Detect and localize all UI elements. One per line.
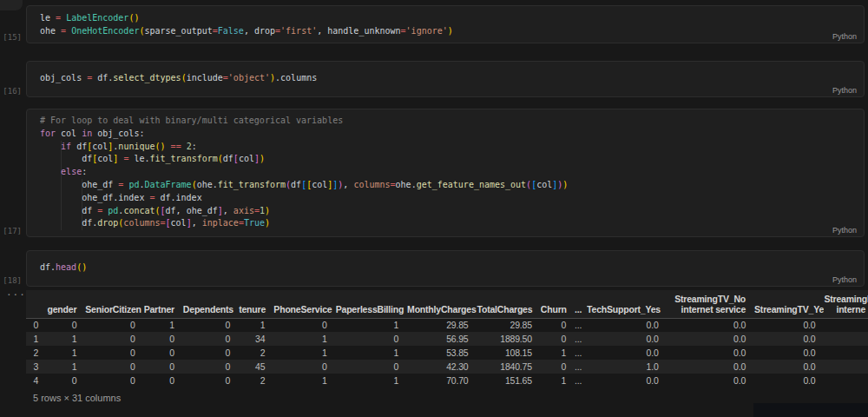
table-cell: 0 <box>183 374 239 387</box>
code-editor[interactable]: # For loop to deal with binary/multi cat… <box>40 115 812 230</box>
table-cell: 0.0 <box>667 332 754 346</box>
code-editor[interactable]: df.head() <box>40 261 812 275</box>
execution-count: [17] <box>3 227 22 235</box>
table-cell: 4 <box>26 374 47 387</box>
table-cell: 0 <box>85 360 143 374</box>
code-line: le = LabelEncoder() <box>40 12 812 25</box>
table-cell: 2 <box>239 374 273 387</box>
table-cell: ... <box>575 332 587 346</box>
table-cell: 34 <box>239 332 273 346</box>
code-line: ohe = OneHotEncoder(sparse_output=False,… <box>40 25 812 38</box>
language-label[interactable]: Python <box>832 275 857 284</box>
dataframe-output[interactable]: genderSeniorCitizenPartnerDependentstenu… <box>26 290 868 393</box>
table-cell: 56.95 <box>407 332 477 346</box>
column-header: PhoneService <box>273 290 335 318</box>
code-line: else: <box>40 166 812 179</box>
column-header: tenure <box>239 290 273 318</box>
table-cell: 0 <box>183 332 239 346</box>
code-line: df[col] = le.fit_transform(df[col]) <box>40 153 812 166</box>
table-cell: 45 <box>239 360 273 374</box>
table-cell: 29.85 <box>477 318 540 332</box>
table-cell: 29.85 <box>407 318 477 332</box>
code-line: if df[col].nunique() == 2: <box>40 141 812 154</box>
table-cell: 0 <box>183 360 239 374</box>
output-expand-indicator[interactable]: ... <box>6 287 26 298</box>
code-cell: le = LabelEncoder()ohe = OneHotEncoder(s… <box>26 5 865 43</box>
column-header: Churn <box>541 290 575 318</box>
column-header: TechSupport_Yes <box>587 290 667 318</box>
code-line: df.drop(columns=[col], inplace=True) <box>40 217 812 230</box>
table-cell: 0 <box>47 318 85 332</box>
table-cell: 0 <box>183 318 239 332</box>
execution-count: [15] <box>3 33 22 42</box>
table-cell: 0.0 <box>754 346 824 360</box>
table-cell: 1 <box>273 374 335 387</box>
table-cell <box>824 332 868 346</box>
table-header-row: genderSeniorCitizenPartnerDependentstenu… <box>26 290 868 318</box>
table-cell: 1 <box>47 332 85 346</box>
table-cell: 108.15 <box>477 346 540 360</box>
table-cell: 0 <box>273 318 335 332</box>
table-cell: 0 <box>541 318 575 332</box>
table-cell: 1 <box>47 360 85 374</box>
table-cell: 0 <box>85 318 143 332</box>
table-cell: 1 <box>144 318 183 332</box>
code-line: df.head() <box>40 261 812 275</box>
code-line: for col in obj_cols: <box>40 128 812 141</box>
scrollbar-corner <box>753 403 868 417</box>
table-cell: 1 <box>541 374 575 387</box>
table-cell: 0 <box>336 332 407 346</box>
code-cell: obj_cols = df.select_dtypes(include='obj… <box>26 61 865 97</box>
code-cell: df.head()[18]Python <box>26 250 865 287</box>
table-cell: 0 <box>541 360 575 374</box>
column-header: PaperlessBilling <box>336 290 407 318</box>
table-row: 0001010129.8529.850...0.00.00.0 <box>26 318 868 332</box>
table-cell: 1840.75 <box>477 360 540 374</box>
table-cell: 42.30 <box>407 360 477 374</box>
table-cell: ... <box>575 360 587 374</box>
table-cell: 0.0 <box>667 318 754 332</box>
code-line: df = pd.concat([df, ohe_df], axis=1) <box>40 205 812 218</box>
table-cell: 0.0 <box>587 332 667 346</box>
table-cell: 0 <box>26 318 47 332</box>
column-header <box>26 290 47 318</box>
language-label[interactable]: Python <box>832 226 857 235</box>
table-cell: 1 <box>273 332 335 346</box>
table-cell: 0 <box>336 360 407 374</box>
column-header: Partner <box>144 290 183 318</box>
table-cell: 1 <box>336 374 407 387</box>
table-cell: ... <box>575 374 587 387</box>
language-label[interactable]: Python <box>832 32 857 41</box>
table-cell: 0.0 <box>587 374 667 387</box>
code-cell: # For loop to deal with binary/multi cat… <box>26 109 865 237</box>
language-label[interactable]: Python <box>832 86 857 95</box>
table-cell: 0.0 <box>587 346 667 360</box>
table-cell: 1.0 <box>587 360 667 374</box>
table-row: 11000341056.951889.500...0.00.00.0 <box>26 332 868 346</box>
table-cell: 0.0 <box>667 346 754 360</box>
table-cell: 0 <box>85 346 143 360</box>
code-editor[interactable]: obj_cols = df.select_dtypes(include='obj… <box>40 72 812 85</box>
table-row: 4000021170.70151.651...0.00.00.0 <box>26 374 868 387</box>
table-cell: 0 <box>85 332 143 346</box>
execution-count: [18] <box>3 276 22 285</box>
table-cell: 2 <box>239 346 273 360</box>
column-header: SeniorCitizen <box>85 290 143 318</box>
table-cell: 1 <box>336 318 407 332</box>
table-cell <box>824 346 868 360</box>
table-cell: 0 <box>85 374 143 387</box>
table-cell: 1 <box>239 318 273 332</box>
code-line: # For loop to deal with binary/multi cat… <box>40 115 812 128</box>
table-cell: 0.0 <box>754 360 824 374</box>
table-cell: ... <box>575 346 587 360</box>
table-cell: 1889.50 <box>477 332 540 346</box>
column-header: gender <box>47 290 85 318</box>
table-cell: 0 <box>541 332 575 346</box>
code-editor[interactable]: le = LabelEncoder()ohe = OneHotEncoder(s… <box>40 12 812 38</box>
table-cell: 151.65 <box>477 374 540 387</box>
code-line: ohe_df = pd.DataFrame(ohe.fit_transform(… <box>40 179 812 192</box>
table-cell: 1 <box>47 346 85 360</box>
table-cell: 1 <box>541 346 575 360</box>
table-cell: 2 <box>26 346 47 360</box>
table-shape-summary: 5 rows × 31 columns <box>33 393 121 403</box>
